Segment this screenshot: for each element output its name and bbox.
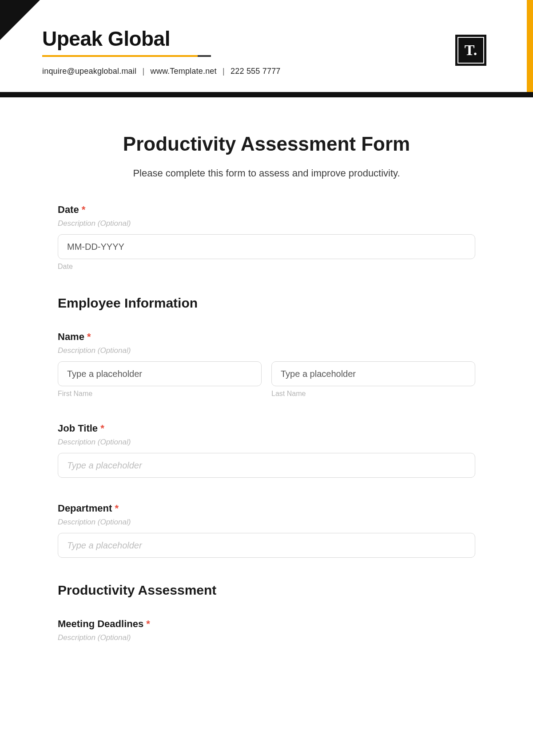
header-inner: Upeak Global inquire@upeakglobal.mail | … [0,0,533,92]
date-input[interactable] [58,234,475,259]
jobtitle-label: Job Title * [58,423,475,434]
label-text: Department [58,503,112,514]
underline-dark [198,55,211,57]
department-label: Department * [58,503,475,514]
label-text: Name [58,331,84,342]
form-subtitle: Please complete this form to assess and … [58,168,475,179]
first-name-input[interactable] [58,361,262,386]
contact-line: inquire@upeakglobal.mail | www.Template.… [42,67,491,76]
first-name-sublabel: First Name [58,390,262,398]
label-text: Meeting Deadlines [58,618,143,629]
department-field: Department * Description (Optional) [58,503,475,558]
form-area: Productivity Assessment Form Please comp… [0,97,533,685]
name-field: Name * Description (Optional) First Name… [58,331,475,398]
date-label: Date * [58,204,475,216]
deadlines-field: Meeting Deadlines * Description (Optiona… [58,618,475,642]
deadlines-label: Meeting Deadlines * [58,618,475,630]
separator: | [139,67,148,76]
required-mark: * [115,503,119,514]
field-description: Description (Optional) [58,633,475,642]
underline-accent [42,55,211,57]
underline-yellow [42,55,198,57]
letterhead-header: Upeak Global inquire@upeakglobal.mail | … [0,0,533,97]
separator: | [219,67,228,76]
field-description: Description (Optional) [58,219,475,228]
label-text: Date [58,204,79,215]
contact-email: inquire@upeakglobal.mail [42,67,136,76]
date-sublabel: Date [58,263,475,271]
label-text: Job Title [58,423,98,434]
last-name-input[interactable] [271,361,475,386]
required-mark: * [100,423,104,434]
date-field: Date * Description (Optional) Date [58,204,475,271]
field-description: Description (Optional) [58,438,475,447]
name-row: First Name Last Name [58,361,475,398]
jobtitle-field: Job Title * Description (Optional) [58,423,475,478]
section-employee-info: Employee Information [58,296,475,311]
last-name-col: Last Name [271,361,475,398]
contact-phone: 222 555 7777 [231,67,281,76]
name-label: Name * [58,331,475,343]
required-mark: * [146,618,150,629]
jobtitle-input[interactable] [58,453,475,478]
required-mark: * [82,204,86,215]
logo-text: T. [457,37,484,64]
first-name-col: First Name [58,361,262,398]
department-input[interactable] [58,533,475,558]
company-name: Upeak Global [42,27,491,51]
required-mark: * [87,331,91,342]
form-title: Productivity Assessment Form [58,133,475,155]
logo: T. [455,35,486,66]
field-description: Description (Optional) [58,346,475,355]
section-productivity: Productivity Assessment [58,583,475,598]
last-name-sublabel: Last Name [271,390,475,398]
field-description: Description (Optional) [58,518,475,527]
contact-website: www.Template.net [151,67,217,76]
